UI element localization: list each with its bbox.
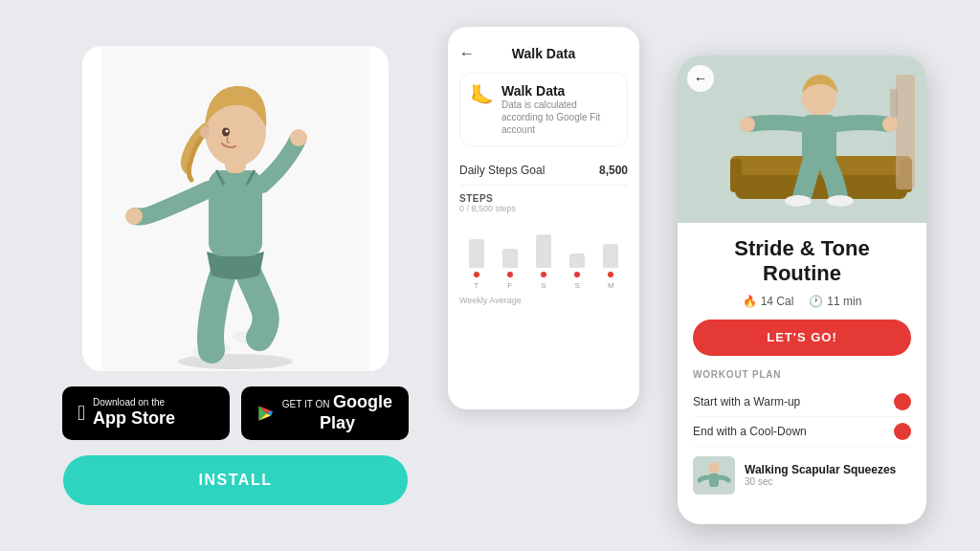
fire-icon: 🔥 xyxy=(743,295,757,308)
phone-front: ← Stride & Tone Routine 🔥 14 Cal 🕐 11 mi… xyxy=(678,55,926,524)
steps-section: STEPS 0 / 8,500 steps T F xyxy=(459,193,628,305)
bar-s1-dot xyxy=(541,272,546,277)
exercise-thumb-img xyxy=(693,456,735,495)
calories-meta: 🔥 14 Cal xyxy=(743,295,794,308)
bar-s1-label: S xyxy=(541,281,546,290)
bar-m-label: M xyxy=(608,281,614,290)
steps-progress: 0 / 8,500 steps xyxy=(459,204,628,213)
bar-m-fill xyxy=(603,244,618,268)
bar-s1-fill xyxy=(536,234,551,268)
lets-go-button[interactable]: LET'S GO! xyxy=(693,320,911,356)
exercise-info: Walking Scapular Squeezes 30 sec xyxy=(745,463,896,487)
google-play-large-text: Google Play xyxy=(320,392,392,432)
svg-point-24 xyxy=(827,195,854,207)
svg-point-22 xyxy=(882,117,898,132)
fitness-illustration xyxy=(101,46,369,371)
phone-back-header: ← Walk Data xyxy=(459,38,628,73)
app-store-small-text: Download on the xyxy=(93,397,165,408)
weekly-avg-label: Weekly Average xyxy=(459,296,628,305)
duration-meta: 🕐 11 min xyxy=(809,295,861,308)
google-play-button[interactable]: GET IT ON Google Play xyxy=(241,386,409,440)
cooldown-dot xyxy=(894,423,911,440)
bar-s2: S xyxy=(565,253,590,290)
routine-image: ← xyxy=(678,55,926,223)
left-section:  Download on the App Store GET IT ON Go… xyxy=(54,46,417,505)
bar-t-label: T xyxy=(474,281,479,290)
exercise-card: Walking Scapular Squeezes 30 sec xyxy=(693,456,911,495)
bar-t-fill xyxy=(469,239,484,268)
svg-point-6 xyxy=(290,129,307,146)
warmup-dot xyxy=(894,393,911,410)
app-store-button[interactable]:  Download on the App Store xyxy=(62,386,230,440)
bar-t-dot xyxy=(474,272,479,277)
bar-s2-dot xyxy=(574,272,580,277)
app-store-large-text: App Store xyxy=(93,408,175,430)
svg-rect-18 xyxy=(890,89,898,118)
bar-s1: S xyxy=(530,234,556,290)
bar-s2-label: S xyxy=(575,281,580,290)
bar-f-fill xyxy=(502,249,518,268)
phone-back: ← Walk Data 🦶 Walk Data Data is calculat… xyxy=(448,27,639,409)
main-container:  Download on the App Store GET IT ON Go… xyxy=(0,0,980,551)
steps-goal-value: 8,500 xyxy=(599,164,628,177)
install-button[interactable]: INSTALL xyxy=(63,455,408,505)
steps-goal-label: Daily Steps Goal xyxy=(459,164,545,177)
plan-item-cooldown: End with a Cool-Down xyxy=(693,417,911,447)
google-play-icon xyxy=(256,402,274,425)
right-section: ← Walk Data 🦶 Walk Data Data is calculat… xyxy=(448,27,926,524)
warmup-label: Start with a Warm-up xyxy=(693,395,800,408)
walk-data-text: Walk Data Data is calculated according t… xyxy=(501,83,617,136)
routine-image-bg xyxy=(678,55,926,223)
walk-data-title: Walk Data xyxy=(501,83,617,99)
routine-title: Stride & Tone Routine xyxy=(693,236,911,287)
bar-t: T xyxy=(463,239,489,290)
calories-value: 14 Cal xyxy=(761,295,794,308)
bar-s2-fill xyxy=(569,253,585,268)
bar-chart: T F S S xyxy=(459,223,628,290)
app-store-text-group: Download on the App Store xyxy=(93,397,175,430)
svg-rect-17 xyxy=(896,75,915,189)
plan-item-warmup: Start with a Warm-up xyxy=(693,387,911,417)
svg-point-10 xyxy=(226,130,229,133)
bar-f-dot xyxy=(507,272,513,277)
svg-rect-15 xyxy=(730,159,742,192)
workout-plan-label: WORKOUT PLAN xyxy=(693,369,911,380)
routine-illustration xyxy=(678,55,926,223)
exercise-title: Walking Scapular Squeezes xyxy=(745,463,896,476)
duration-value: 11 min xyxy=(827,295,861,308)
bar-f-label: F xyxy=(507,281,512,290)
walk-data-desc: Data is calculated according to Google F… xyxy=(501,99,617,136)
walk-icon: 🦶 xyxy=(470,83,494,106)
svg-point-11 xyxy=(200,125,210,139)
routine-meta: 🔥 14 Cal 🕐 11 min xyxy=(693,295,911,308)
steps-title: STEPS xyxy=(459,193,628,204)
clock-icon: 🕐 xyxy=(809,295,823,308)
google-play-text-group: GET IT ON Google Play xyxy=(281,392,393,433)
svg-point-5 xyxy=(125,208,143,225)
bar-m-dot xyxy=(608,272,613,277)
google-play-small-text: GET IT ON xyxy=(282,399,330,409)
back-arrow-icon[interactable]: ← xyxy=(459,45,475,62)
walk-data-card: 🦶 Walk Data Data is calculated according… xyxy=(459,73,628,146)
exercise-duration: 30 sec xyxy=(745,476,896,487)
front-back-button[interactable]: ← xyxy=(687,65,714,92)
svg-point-23 xyxy=(785,195,812,207)
svg-point-26 xyxy=(708,462,720,474)
bar-f: F xyxy=(497,249,523,290)
bar-m: M xyxy=(598,244,624,290)
phone-back-title: Walk Data xyxy=(512,46,575,61)
phone-front-content: Stride & Tone Routine 🔥 14 Cal 🕐 11 min … xyxy=(678,223,926,508)
svg-point-21 xyxy=(740,117,755,132)
exercise-thumbnail xyxy=(693,456,735,495)
store-buttons-container:  Download on the App Store GET IT ON Go… xyxy=(62,386,409,440)
hero-image xyxy=(82,46,389,371)
apple-icon:  xyxy=(78,401,85,426)
cooldown-label: End with a Cool-Down xyxy=(693,425,807,438)
steps-goal-row: Daily Steps Goal 8,500 xyxy=(459,156,628,186)
